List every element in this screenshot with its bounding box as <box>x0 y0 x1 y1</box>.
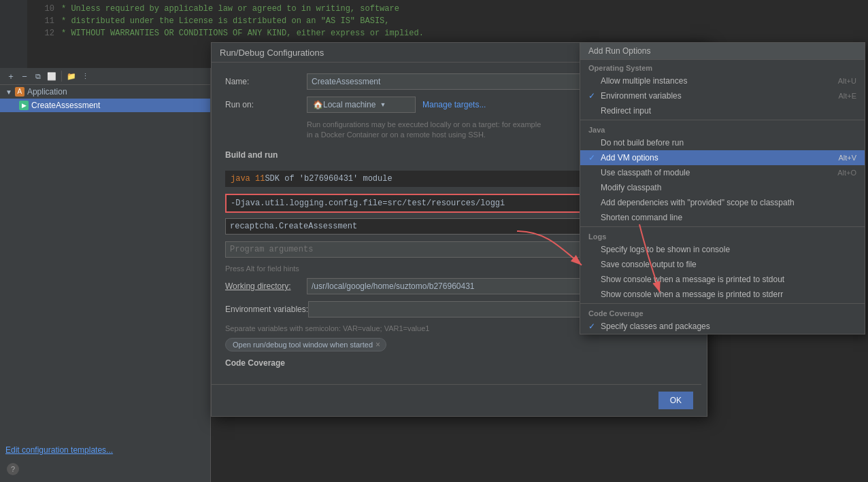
application-label: Application <box>27 87 67 97</box>
panel-header: Add Run Options <box>580 43 865 60</box>
code-line-12: 12 * WITHOUT WARRANTIES OR CONDITIONS OF… <box>29 27 868 39</box>
edit-config-link[interactable]: Edit configuration templates... <box>5 445 113 455</box>
code-line-10: 10 * Unless required by applicable law o… <box>29 3 868 15</box>
code-line-11: 11 * distributed under the License is di… <box>29 15 868 27</box>
ok-button[interactable]: OK <box>658 392 693 409</box>
panel-item-no-build[interactable]: Do not build before run <box>580 135 865 150</box>
panel-separator-2 <box>580 226 865 227</box>
tree-item-application[interactable]: ▼ A Application <box>0 85 210 99</box>
application-icon: A <box>15 87 24 97</box>
modify-options-panel: Add Run Options Operating System Allow m… <box>580 42 865 334</box>
panel-item-redirect-input[interactable]: Redirect input <box>580 103 865 118</box>
panel-item-console-stderr[interactable]: Show console when a message is printed t… <box>580 287 865 302</box>
build-run-title: Build and run <box>225 150 278 160</box>
section-coverage-title: Code Coverage <box>580 305 865 319</box>
config-item-label: CreateAssessment <box>31 101 100 110</box>
code-coverage-title: Code Coverage <box>225 358 693 368</box>
left-panel-toolbar: + − ⧉ ⬜ 📁 ⋮ <box>0 68 210 85</box>
folder-icon[interactable]: 📁 <box>66 71 77 82</box>
shortcut-allow-multiple: Alt+U <box>838 77 856 85</box>
env-vars-label: Environment variables: <box>225 305 308 314</box>
remove-icon[interactable]: − <box>19 71 30 82</box>
run-on-dropdown[interactable]: 🏠 Local machine ▼ <box>307 97 416 113</box>
panel-item-modify-classpath[interactable]: Modify classpath <box>580 180 865 195</box>
open-run-debug-row: Open run/debug tool window when started … <box>225 338 693 351</box>
panel-separator-3 <box>580 303 865 304</box>
manage-targets-link[interactable]: Manage targets... <box>422 100 486 109</box>
dropdown-arrow-icon: ▼ <box>380 101 386 108</box>
run-on-label: Run on: <box>225 100 307 109</box>
toolbar-separator <box>61 71 62 82</box>
shortcut-use-classpath: Alt+O <box>837 169 856 177</box>
working-dir-label: Working directory: <box>225 281 307 291</box>
panel-item-env-vars[interactable]: ✓ Environment variables Alt+E <box>580 88 865 103</box>
copy-icon[interactable]: ⧉ <box>33 71 44 82</box>
open-run-debug-chip: Open run/debug tool window when started … <box>225 338 386 351</box>
check-add-vm: ✓ <box>588 153 598 162</box>
panel-item-shorten-cmd[interactable]: Shorten command line <box>580 210 865 225</box>
section-logs-title: Logs <box>580 228 865 242</box>
section-java-title: Java <box>580 122 865 135</box>
panel-item-add-provided[interactable]: Add dependencies with "provided" scope t… <box>580 195 865 210</box>
shortcut-env-vars: Alt+E <box>838 92 856 100</box>
save-icon[interactable]: ⬜ <box>46 71 57 82</box>
section-os-title: Operating System <box>580 60 865 73</box>
tree-item-create-assessment[interactable]: ▶ CreateAssessment <box>0 99 210 112</box>
name-input[interactable] <box>307 73 588 90</box>
help-icon[interactable]: ? <box>7 463 19 475</box>
remove-tag-button[interactable]: × <box>375 340 380 349</box>
check-specify-classes: ✓ <box>588 322 598 331</box>
panel-item-allow-multiple[interactable]: Allow multiple instances Alt+U <box>580 73 865 88</box>
dialog-footer: OK <box>212 384 707 416</box>
dialog-title: Run/Debug Configurations <box>220 48 324 58</box>
panel-item-add-vm[interactable]: ✓ Add VM options Alt+V <box>580 150 865 165</box>
panel-separator-1 <box>580 120 865 120</box>
panel-item-specify-classes[interactable]: ✓ Specify classes and packages <box>580 319 865 334</box>
config-icon: ▶ <box>19 101 29 110</box>
left-panel: + − ⧉ ⬜ 📁 ⋮ ▼ A Application ▶ CreateAsse… <box>0 68 211 482</box>
add-icon[interactable]: + <box>5 71 16 82</box>
panel-item-logs-console[interactable]: Specify logs to be shown in console <box>580 242 865 257</box>
panel-item-use-classpath[interactable]: Use classpath of module Alt+O <box>580 165 865 180</box>
tree-arrow-application: ▼ <box>5 88 12 96</box>
check-env-vars: ✓ <box>588 91 598 101</box>
panel-item-save-console[interactable]: Save console output to file <box>580 257 865 272</box>
shortcut-add-vm: Alt+V <box>838 154 856 162</box>
panel-item-console-stdout[interactable]: Show console when a message is printed t… <box>580 272 865 287</box>
name-label: Name: <box>225 77 307 86</box>
sort-icon[interactable]: ⋮ <box>80 71 90 82</box>
